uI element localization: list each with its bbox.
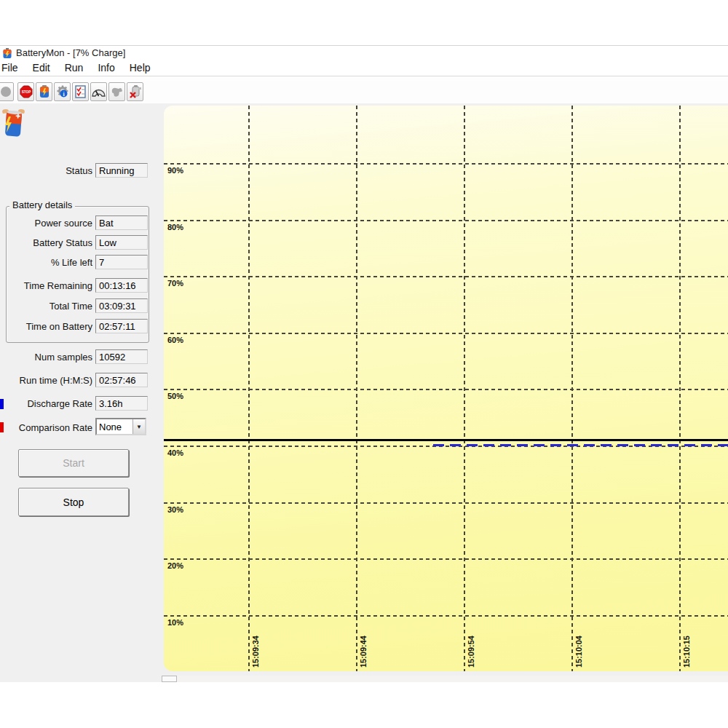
chart-horizontal-scrollbar[interactable] bbox=[162, 676, 728, 682]
time-remaining-field: 00:13:16 bbox=[95, 278, 148, 293]
battery-status-label: Battery Status bbox=[0, 237, 92, 248]
life-left-row: % Life left 7 bbox=[0, 255, 154, 271]
x-axis-tick-label: 15:09:34 bbox=[251, 636, 260, 668]
y-axis-tick-label: 10% bbox=[167, 618, 183, 627]
watchdog-button[interactable] bbox=[108, 82, 125, 101]
y-axis-tick-label: 70% bbox=[167, 279, 183, 288]
battery-status-row: Battery Status Low bbox=[0, 235, 154, 251]
y-axis-tick-label: 30% bbox=[167, 505, 183, 514]
charge-level-line bbox=[164, 439, 728, 441]
run-time-row: Run time (H:M:S) 02:57:46 bbox=[0, 373, 154, 389]
left-panel: Status Running Battery details Power sou… bbox=[0, 103, 154, 682]
menu-edit[interactable]: Edit bbox=[25, 60, 58, 76]
x-axis-tick-label: 15:10:15 bbox=[682, 636, 691, 668]
life-left-field: 7 bbox=[95, 255, 148, 269]
battery-error-icon bbox=[129, 85, 142, 98]
x-gridline bbox=[679, 106, 681, 671]
toolbar: STOP i bbox=[0, 76, 728, 103]
y-axis-tick-label: 50% bbox=[167, 392, 183, 400]
battery-status-field: Low bbox=[95, 235, 148, 250]
comparison-rate-dropdown[interactable]: None ▼ bbox=[95, 418, 146, 435]
x-gridline bbox=[571, 106, 573, 671]
stop-sign-icon: STOP bbox=[20, 85, 33, 98]
run-time-label: Run time (H:M:S) bbox=[0, 375, 92, 386]
svg-text:STOP: STOP bbox=[21, 90, 30, 94]
battery-details-title: Battery details bbox=[9, 199, 75, 210]
gauge-icon bbox=[92, 87, 106, 98]
batterymon-window: BatteryMon - [7% Charge] File Edit Run I… bbox=[0, 45, 728, 682]
x-gridline bbox=[356, 106, 357, 671]
stop-button[interactable]: Stop bbox=[18, 488, 129, 516]
discharge-rate-label: Discharge Rate bbox=[0, 398, 92, 409]
y-axis-tick-label: 20% bbox=[167, 561, 183, 570]
app-battery-icon bbox=[2, 48, 12, 59]
power-source-field: Bat bbox=[95, 215, 148, 230]
menu-file[interactable]: File bbox=[0, 60, 25, 76]
comparison-rate-value: None bbox=[97, 422, 132, 432]
menu-help[interactable]: Help bbox=[122, 60, 158, 76]
batterymon-logo bbox=[1, 108, 25, 138]
discharge-rate-field: 3.16h bbox=[95, 396, 148, 411]
y-axis-tick-label: 60% bbox=[167, 336, 183, 344]
scrollbar-button[interactable] bbox=[162, 676, 177, 682]
total-time-row: Total Time 03:09:31 bbox=[0, 298, 154, 314]
comparison-rate-label: Comparison Rate bbox=[0, 422, 92, 433]
x-axis-tick-label: 15:09:44 bbox=[359, 636, 368, 668]
record-icon bbox=[0, 86, 12, 98]
time-on-battery-row: Time on Battery 02:57:11 bbox=[0, 319, 154, 335]
discharge-rate-trend-line bbox=[433, 444, 728, 446]
time-remaining-label: Time Remaining bbox=[0, 280, 92, 291]
x-gridline bbox=[248, 106, 250, 671]
num-samples-field: 10592 bbox=[95, 349, 148, 364]
battery-remove-button[interactable] bbox=[127, 82, 143, 101]
y-axis-tick-label: 80% bbox=[167, 223, 183, 232]
dog-icon bbox=[111, 86, 123, 98]
gear-info-icon: i bbox=[56, 85, 69, 98]
log-options-button[interactable] bbox=[72, 82, 89, 101]
discharge-rate-row: Discharge Rate 3.16h bbox=[0, 396, 154, 412]
time-on-battery-field: 02:57:11 bbox=[95, 319, 148, 333]
power-source-row: Power source Bat bbox=[0, 215, 154, 232]
status-label: Status bbox=[0, 165, 92, 176]
power-source-label: Power source bbox=[0, 218, 92, 229]
total-time-label: Total Time bbox=[0, 301, 92, 312]
comparison-rate-row: Comparison Rate None ▼ bbox=[0, 418, 154, 437]
status-field: Running bbox=[95, 163, 148, 178]
stop-recording-button[interactable]: STOP bbox=[17, 82, 34, 101]
battery-info-button[interactable] bbox=[36, 82, 52, 101]
dropdown-arrow-icon[interactable]: ▼ bbox=[132, 419, 145, 434]
y-axis-tick-label: 40% bbox=[167, 448, 183, 457]
x-axis-tick-label: 15:10:04 bbox=[574, 636, 583, 668]
time-on-battery-label: Time on Battery bbox=[0, 321, 92, 332]
y-axis-tick-label: 90% bbox=[167, 166, 183, 175]
battery-chart: 90%80%70%60%50%40%30%20%10%15:09:3415:09… bbox=[164, 106, 728, 671]
run-time-field: 02:57:46 bbox=[95, 373, 148, 387]
x-gridline bbox=[464, 106, 465, 671]
gauge-button[interactable] bbox=[90, 82, 107, 101]
num-samples-label: Num samples bbox=[0, 352, 92, 363]
status-row: Status Running bbox=[0, 163, 154, 179]
settings-button[interactable]: i bbox=[54, 82, 71, 101]
menu-info[interactable]: Info bbox=[90, 60, 122, 76]
menu-run[interactable]: Run bbox=[58, 60, 91, 76]
window-title: BatteryMon - [7% Charge] bbox=[16, 47, 125, 58]
start-button[interactable]: Start bbox=[18, 449, 129, 477]
menu-bar: File Edit Run Info Help bbox=[0, 60, 728, 76]
x-axis-tick-label: 15:09:54 bbox=[467, 636, 475, 668]
total-time-field: 03:09:31 bbox=[95, 298, 148, 313]
time-remaining-row: Time Remaining 00:13:16 bbox=[0, 278, 154, 294]
life-left-label: % Life left bbox=[0, 257, 92, 268]
title-bar: BatteryMon - [7% Charge] bbox=[0, 45, 728, 60]
battery-icon bbox=[39, 85, 50, 98]
checklist-icon bbox=[75, 85, 87, 98]
record-button[interactable] bbox=[0, 82, 14, 101]
num-samples-row: Num samples 10592 bbox=[0, 349, 154, 365]
